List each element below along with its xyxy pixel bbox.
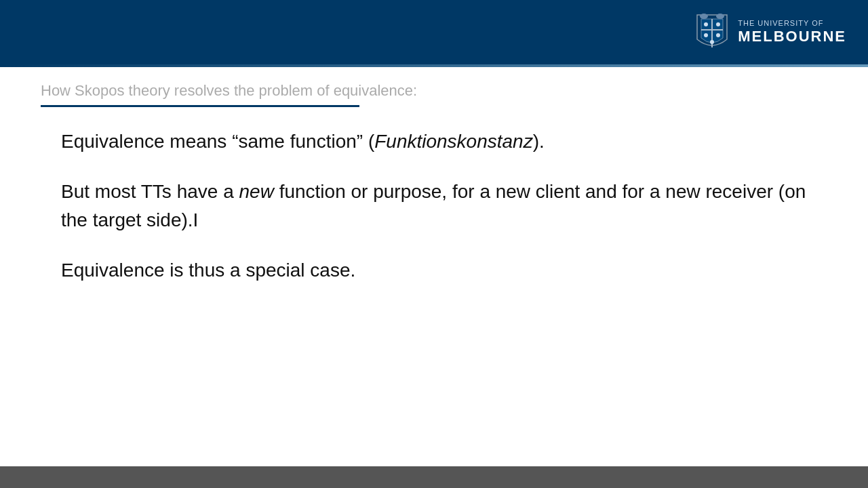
main-text: Equivalence means “same function” (Funkt…	[0, 107, 868, 466]
svg-point-3	[704, 22, 708, 26]
university-name: THE UNIVERSITY OF MELBOURNE	[738, 19, 846, 46]
bullet-1-italic: Funktionskonstanz	[374, 131, 532, 152]
university-name-bottom: MELBOURNE	[738, 28, 846, 45]
bullet-2-text-before: But most TTs have a	[61, 181, 239, 202]
svg-point-5	[704, 33, 708, 37]
bullet-1-text-after: ).	[533, 131, 545, 152]
bullet-1: Equivalence means “same function” (Funkt…	[61, 127, 807, 156]
slide-content: How Skopos theory resolves the problem o…	[0, 67, 868, 466]
svg-point-8	[700, 14, 708, 19]
slide-title-area: How Skopos theory resolves the problem o…	[0, 67, 868, 107]
bullet-2: But most TTs have a new function or purp…	[61, 178, 807, 235]
svg-point-7	[710, 40, 714, 44]
university-logo: THE UNIVERSITY OF MELBOURNE	[694, 12, 846, 53]
svg-point-9	[716, 14, 724, 19]
university-name-top: THE UNIVERSITY OF	[738, 19, 846, 28]
bullet-3: Equivalence is thus a special case.	[61, 256, 807, 285]
crest-icon	[694, 12, 730, 53]
title-underline	[41, 105, 359, 107]
bullet-3-text: Equivalence is thus a special case.	[61, 260, 355, 281]
bullet-1-text-before: Equivalence means “same function” (	[61, 131, 374, 152]
svg-point-4	[716, 22, 720, 26]
bullet-2-italic: new	[239, 181, 274, 202]
footer	[0, 466, 868, 488]
header: THE UNIVERSITY OF MELBOURNE	[0, 0, 868, 64]
slide-title: How Skopos theory resolves the problem o…	[41, 82, 827, 100]
svg-point-6	[716, 33, 720, 37]
